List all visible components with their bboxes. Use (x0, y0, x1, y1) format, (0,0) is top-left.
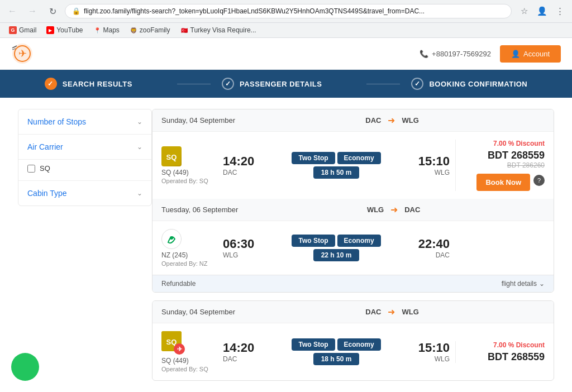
sq-checkbox[interactable] (27, 165, 35, 173)
departure-info-2: 14:20 DAC (223, 341, 254, 363)
arrival-time-inbound-1: 22:40 (418, 237, 450, 251)
flight-card-2: Sunday, 04 September DAC ➜ WLG SQ (152, 300, 554, 381)
toolbar-right: ☆ 👤 ⋮ (516, 3, 568, 19)
airline-code-inbound-1: NZ (245) (161, 251, 223, 259)
arrival-time-2: 15:10 (418, 341, 450, 355)
flight-card-1: Sunday, 04 September DAC ➜ WLG SQ (152, 109, 554, 293)
outbound-to-1: WLG (402, 116, 418, 125)
stop-badge-inbound-1: Two Stop (292, 235, 335, 247)
info-icon-1[interactable]: ? (533, 175, 545, 186)
account-label: Account (523, 50, 550, 58)
discount-badge-2: 7.00 % Discount (493, 341, 545, 349)
bookmark-maps[interactable]: 📍 Maps (89, 25, 124, 36)
step-2-label: PASSENGER DETAILS (240, 80, 322, 88)
outbound-route-header-1: Sunday, 04 September DAC ➜ WLG (152, 109, 554, 132)
back-button[interactable]: ← (4, 3, 20, 19)
route-arrow-icon: ➜ (388, 115, 395, 126)
address-bar[interactable]: 🔒 flight.zoo.family/flights-search?_toke… (65, 4, 512, 18)
airline-logo-2: SQ ✈ (161, 331, 182, 351)
svg-text:✈: ✈ (18, 48, 27, 59)
gmail-favicon: G (9, 26, 17, 34)
refundable-label-1: Refundable (161, 280, 196, 288)
green-bubble[interactable] (11, 353, 39, 381)
phone-icon: 📞 (420, 50, 428, 58)
refundable-strip-1: Refundable flight details ⌄ (152, 275, 554, 292)
header-right: 📞 +880197-7569292 👤 Account (420, 45, 561, 63)
dep-airport-inbound-1: WLG (223, 251, 254, 259)
airline-code-2: SQ (449) (161, 357, 223, 365)
operated-by-2: Operated By: SQ (161, 366, 223, 372)
zoofamily-favicon: 🦁 (130, 26, 137, 34)
book-button-1[interactable]: Book Now (476, 174, 530, 191)
main-layout: Number of Stops ⌄ Air Carrier ⌄ SQ (7, 98, 565, 392)
filter-section: Number of Stops ⌄ Air Carrier ⌄ SQ (18, 109, 152, 206)
account-button[interactable]: 👤 Account (500, 45, 561, 63)
outbound-flight-details-1: SQ SQ (449) Operated By: SQ 14:20 DAC Tw… (152, 132, 554, 199)
page: ✈ 📞 +880197-7569292 👤 Account ✓ SEARCH R… (0, 38, 572, 392)
bookmark-turkey[interactable]: 🇹🇷 Turkey Visa Require... (176, 25, 261, 36)
airline-code-1: SQ (449) (161, 169, 223, 176)
price-main-1: BDT 268559 (488, 150, 545, 161)
operated-by-inbound-1: Operated By: NZ (161, 260, 223, 267)
departure-info-1: 14:20 DAC (223, 154, 254, 176)
filter-stops[interactable]: Number of Stops ⌄ (18, 109, 151, 135)
reload-button[interactable]: ↻ (45, 3, 60, 19)
inbound-date-1: Tuesday, 06 September (161, 205, 238, 214)
step-booking-confirmation: ✓ BOOKING CONFIRMATION (344, 78, 550, 90)
sq-checkbox-label: SQ (40, 164, 50, 173)
step-3-icon: ✓ (411, 78, 423, 90)
outbound-flight-details-2: SQ ✈ SQ (449) Operated By: SQ 14:20 DAC (152, 323, 554, 380)
progress-bar: ✓ SEARCH RESULTS ✓ PASSENGER DETAILS ✓ B… (0, 70, 572, 98)
chevron-down-icon-3: ⌄ (137, 189, 142, 197)
departure-time-inbound-1: 06:30 (223, 237, 254, 251)
discount-badge-1: 7.00 % Discount (493, 140, 545, 147)
phone-number-text: +880197-7569292 (432, 50, 491, 58)
flight-middle-1: Two Stop Economy 18 h 50 m (254, 152, 418, 179)
bookmark-turkey-label: Turkey Visa Require... (190, 26, 256, 34)
menu-button[interactable]: ⋮ (552, 3, 568, 19)
price-section-2: 7.00 % Discount BDT 268559 (455, 341, 545, 363)
bookmark-zoofamily[interactable]: 🦁 zooFamily (125, 25, 175, 36)
stop-badge-2: Two Stop (292, 338, 335, 351)
price-original-1: BDT 286260 (507, 161, 545, 169)
bookmark-button[interactable]: ☆ (516, 3, 532, 19)
flight-middle-inbound-1: Two Stop Economy 22 h 10 m (254, 235, 418, 261)
outbound-from-2: DAC (365, 308, 381, 316)
filter-cabin[interactable]: Cabin Type ⌄ (18, 181, 151, 205)
phone-display: 📞 +880197-7569292 (420, 50, 491, 58)
badges-row-inbound-1: Two Stop Economy (292, 235, 380, 247)
airline-logo-inbound-1 (161, 229, 182, 249)
airline-logo-1: SQ (161, 146, 182, 166)
arr-airport-inbound-1: DAC (418, 251, 450, 259)
maps-favicon: 📍 (93, 26, 101, 34)
step-1-label: SEARCH RESULTS (63, 80, 132, 88)
user-icon: 👤 (511, 50, 520, 58)
filter-sq-sub: SQ (18, 160, 151, 181)
bookmark-gmail[interactable]: G Gmail (4, 25, 41, 36)
filter-carrier[interactable]: Air Carrier ⌄ (18, 135, 151, 160)
arrival-info-1: 15:10 WLG (418, 154, 450, 176)
duration-badge-inbound-1: 22 h 10 m (313, 249, 360, 261)
class-badge-1: Economy (337, 152, 381, 164)
forward-button[interactable]: → (25, 3, 40, 19)
results-area: Sunday, 04 September DAC ➜ WLG SQ (152, 109, 554, 389)
bookmark-zoofamily-label: zooFamily (140, 26, 170, 34)
sq-checkbox-row[interactable]: SQ (27, 164, 142, 173)
chevron-down-icon-2: ⌄ (137, 143, 142, 151)
airline-info-1: SQ SQ (449) Operated By: SQ (161, 146, 223, 184)
step-3-label: BOOKING CONFIRMATION (429, 80, 527, 88)
duration-badge-2: 18 h 50 m (313, 353, 360, 365)
inbound-from-1: WLG (367, 205, 384, 214)
outbound-date-1: Sunday, 04 September (161, 116, 235, 125)
flight-details-link-1[interactable]: flight details ⌄ (502, 280, 545, 288)
departure-info-inbound-1: 06:30 WLG (223, 237, 254, 259)
logo-icon: ✈ (11, 42, 34, 65)
arr-airport-2: WLG (418, 355, 450, 363)
filter-carrier-label: Air Carrier (27, 142, 63, 151)
sidebar-filters: Number of Stops ⌄ Air Carrier ⌄ SQ (18, 109, 152, 389)
step-1-icon: ✓ (45, 78, 57, 90)
profile-button[interactable]: 👤 (534, 3, 550, 19)
step-2-icon: ✓ (222, 78, 234, 90)
step-search-results: ✓ SEARCH RESULTS (22, 78, 155, 90)
bookmark-youtube[interactable]: ▶ YouTube (42, 25, 87, 36)
